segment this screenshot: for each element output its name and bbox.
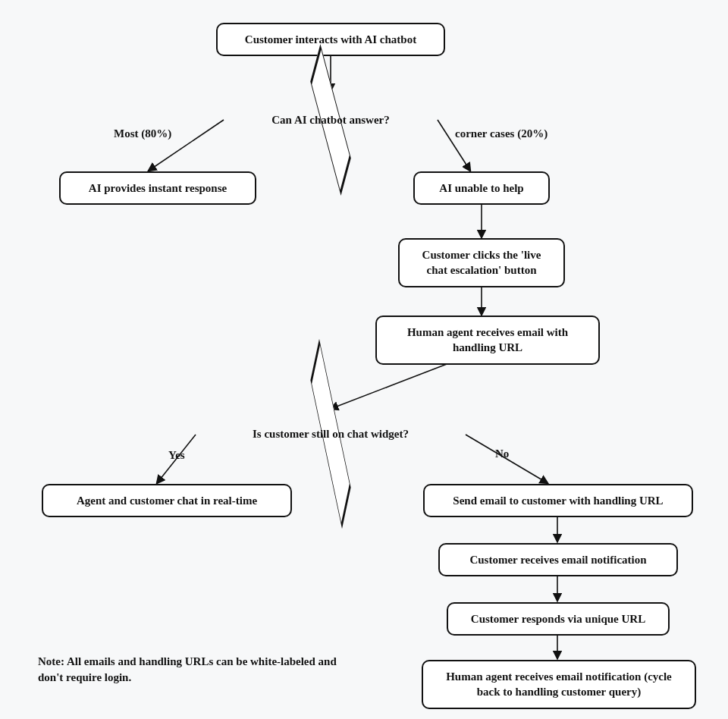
decision-label: Can AI chatbot answer? bbox=[194, 114, 467, 127]
edge-label-no: No bbox=[495, 447, 509, 460]
node-label: Human agent receives email notification … bbox=[446, 670, 672, 698]
node-label: Customer interacts with AI chatbot bbox=[245, 33, 416, 46]
node-send-email-customer: Send email to customer with handling URL bbox=[423, 484, 693, 517]
edge-label-most: Most (80%) bbox=[114, 127, 171, 140]
node-label: AI provides instant response bbox=[89, 182, 227, 194]
node-realtime-chat: Agent and customer chat in real-time bbox=[42, 484, 292, 517]
node-customer-interacts: Customer interacts with AI chatbot bbox=[216, 23, 445, 56]
node-agent-receives-email: Human agent receives email with handling… bbox=[375, 316, 600, 365]
flowchart-canvas: Customer interacts with AI chatbot Can A… bbox=[0, 0, 728, 719]
edge-label-yes: Yes bbox=[168, 449, 185, 462]
node-label: Customer clicks the 'live chat escalatio… bbox=[422, 249, 541, 276]
node-label: Human agent receives email with handling… bbox=[407, 326, 568, 353]
edge-label-corner-cases: corner cases (20%) bbox=[455, 127, 548, 140]
node-customer-responds-url: Customer responds via unique URL bbox=[447, 602, 670, 636]
node-ai-unable: AI unable to help bbox=[413, 171, 550, 205]
footnote: Note: All emails and handling URLs can b… bbox=[38, 654, 356, 686]
svg-line-5 bbox=[331, 358, 463, 409]
decision-customer-still-on-widget: Is customer still on chat widget? bbox=[164, 403, 497, 464]
node-label: Customer receives email notification bbox=[469, 554, 646, 566]
node-label: Send email to customer with handling URL bbox=[453, 495, 663, 507]
node-label: AI unable to help bbox=[439, 182, 523, 194]
node-label: Agent and customer chat in real-time bbox=[77, 495, 257, 507]
node-customer-email-notification: Customer receives email notification bbox=[438, 543, 678, 576]
decision-label: Is customer still on chat widget? bbox=[164, 428, 497, 441]
node-ai-instant-response: AI provides instant response bbox=[59, 171, 256, 205]
decision-can-ai-answer: Can AI chatbot answer? bbox=[194, 89, 467, 150]
node-escalation-button: Customer clicks the 'live chat escalatio… bbox=[398, 238, 565, 287]
node-label: Customer responds via unique URL bbox=[471, 613, 645, 625]
node-agent-notification-cycle: Human agent receives email notification … bbox=[422, 660, 696, 709]
